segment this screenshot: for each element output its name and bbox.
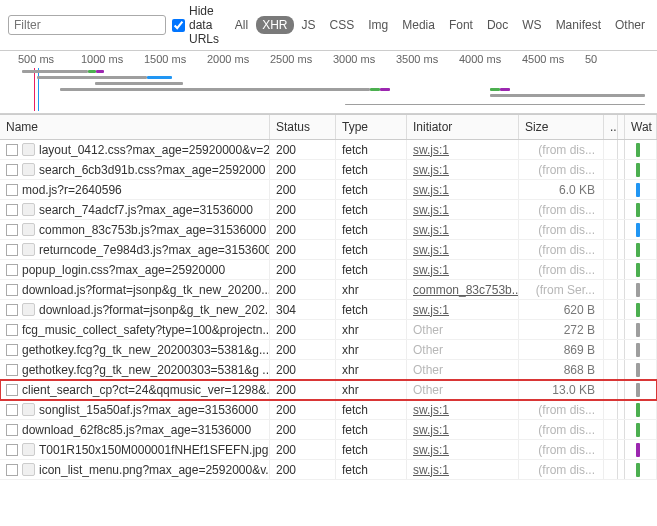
network-request-row[interactable]: layout_0412.css?max_age=25920000&v=2...2…	[0, 140, 657, 160]
request-status: 200	[270, 380, 336, 399]
request-initiator[interactable]: sw.js:1	[413, 263, 449, 277]
file-icon	[22, 303, 35, 316]
request-type: fetch	[336, 260, 407, 279]
filter-tab-js[interactable]: JS	[296, 16, 322, 34]
row-checkbox[interactable]	[6, 184, 18, 196]
request-initiator[interactable]: sw.js:1	[413, 403, 449, 417]
request-initiator[interactable]: sw.js:1	[413, 203, 449, 217]
network-request-row[interactable]: returncode_7e984d3.js?max_age=3153600020…	[0, 240, 657, 260]
network-request-row[interactable]: mod.js?r=2640596200fetchsw.js:16.0 KB	[0, 180, 657, 200]
row-checkbox[interactable]	[6, 244, 18, 256]
filter-tab-manifest[interactable]: Manifest	[550, 16, 607, 34]
request-status: 200	[270, 200, 336, 219]
row-checkbox[interactable]	[6, 144, 18, 156]
filter-tab-img[interactable]: Img	[362, 16, 394, 34]
request-name: client_search_cp?ct=24&qqmusic_ver=1298&…	[22, 383, 270, 397]
network-request-row[interactable]: search_6cb3d91b.css?max_age=2592000200fe…	[0, 160, 657, 180]
request-status: 200	[270, 440, 336, 459]
request-initiator[interactable]: sw.js:1	[413, 223, 449, 237]
timeline-overview[interactable]: 500 ms1000 ms1500 ms2000 ms2500 ms3000 m…	[0, 51, 657, 114]
network-request-row[interactable]: T001R150x150M000001fNHEf1SFEFN.jpg?...20…	[0, 440, 657, 460]
request-status: 200	[270, 140, 336, 159]
col-more[interactable]: ...	[604, 115, 618, 139]
filter-tab-css[interactable]: CSS	[324, 16, 361, 34]
network-request-row[interactable]: download.js?format=jsonp&g_tk_new_20200.…	[0, 280, 657, 300]
hide-data-urls-box[interactable]	[172, 19, 185, 32]
row-checkbox[interactable]	[6, 264, 18, 276]
hide-data-urls-checkbox[interactable]: Hide data URLs	[172, 4, 223, 46]
request-size: (from dis...	[519, 460, 604, 479]
row-checkbox[interactable]	[6, 284, 18, 296]
col-waterfall[interactable]: Wat	[625, 115, 657, 139]
col-initiator[interactable]: Initiator	[407, 115, 519, 139]
row-checkbox[interactable]	[6, 384, 18, 396]
network-request-row[interactable]: download_62f8c85.js?max_age=31536000200f…	[0, 420, 657, 440]
timeline-tick: 1500 ms	[144, 53, 207, 65]
request-initiator[interactable]: sw.js:1	[413, 163, 449, 177]
request-initiator[interactable]: common_83c753b...	[413, 283, 519, 297]
row-more	[604, 440, 618, 459]
filter-input[interactable]	[8, 15, 166, 35]
request-initiator[interactable]: sw.js:1	[413, 443, 449, 457]
row-waterfall	[625, 300, 657, 319]
request-initiator[interactable]: sw.js:1	[413, 143, 449, 157]
filter-tab-font[interactable]: Font	[443, 16, 479, 34]
request-type: fetch	[336, 400, 407, 419]
row-checkbox[interactable]	[6, 424, 18, 436]
network-request-row[interactable]: gethotkey.fcg?g_tk_new_20200303=5381&g .…	[0, 360, 657, 380]
filter-tab-doc[interactable]: Doc	[481, 16, 514, 34]
row-checkbox[interactable]	[6, 324, 18, 336]
network-request-row[interactable]: download.js?format=jsonp&g_tk_new_202...…	[0, 300, 657, 320]
timeline-tick: 500 ms	[18, 53, 81, 65]
row-checkbox[interactable]	[6, 464, 18, 476]
network-request-row[interactable]: search_74adcf7.js?max_age=31536000200fet…	[0, 200, 657, 220]
network-request-row[interactable]: popup_login.css?max_age=25920000200fetch…	[0, 260, 657, 280]
request-initiator[interactable]: sw.js:1	[413, 463, 449, 477]
col-status[interactable]: Status	[270, 115, 336, 139]
col-name[interactable]: Name	[0, 115, 270, 139]
timeline-tick: 2500 ms	[270, 53, 333, 65]
row-waterfall	[625, 160, 657, 179]
col-type[interactable]: Type	[336, 115, 407, 139]
request-type: fetch	[336, 420, 407, 439]
row-waterfall	[625, 380, 657, 399]
row-checkbox[interactable]	[6, 404, 18, 416]
row-checkbox[interactable]	[6, 344, 18, 356]
request-status: 200	[270, 460, 336, 479]
request-size: (from dis...	[519, 240, 604, 259]
network-request-row[interactable]: fcg_music_collect_safety?type=100&projec…	[0, 320, 657, 340]
timeline-bar	[500, 88, 510, 91]
row-checkbox[interactable]	[6, 204, 18, 216]
filter-tab-xhr[interactable]: XHR	[256, 16, 293, 34]
filter-tab-media[interactable]: Media	[396, 16, 441, 34]
timeline-body	[0, 68, 657, 111]
timeline-tick: 3000 ms	[333, 53, 396, 65]
request-status: 200	[270, 360, 336, 379]
row-checkbox[interactable]	[6, 304, 18, 316]
request-initiator[interactable]: sw.js:1	[413, 243, 449, 257]
request-initiator[interactable]: sw.js:1	[413, 303, 449, 317]
network-request-row[interactable]: icon_list_menu.png?max_age=2592000&v...2…	[0, 460, 657, 480]
network-request-row[interactable]: gethotkey.fcg?g_tk_new_20200303=5381&g..…	[0, 340, 657, 360]
request-initiator[interactable]: sw.js:1	[413, 423, 449, 437]
request-size: (from dis...	[519, 140, 604, 159]
request-size: (from dis...	[519, 220, 604, 239]
row-checkbox[interactable]	[6, 444, 18, 456]
row-checkbox[interactable]	[6, 164, 18, 176]
network-request-row[interactable]: common_83c753b.js?max_age=31536000200fet…	[0, 220, 657, 240]
request-size: (from dis...	[519, 200, 604, 219]
row-waterfall	[625, 400, 657, 419]
row-checkbox[interactable]	[6, 224, 18, 236]
filter-tab-all[interactable]: All	[229, 16, 254, 34]
request-name: download.js?format=jsonp&g_tk_new_202...	[39, 303, 270, 317]
filter-tab-other[interactable]: Other	[609, 16, 651, 34]
row-more	[604, 200, 618, 219]
row-waterfall	[625, 220, 657, 239]
network-request-row[interactable]: client_search_cp?ct=24&qqmusic_ver=1298&…	[0, 380, 657, 400]
filter-tab-ws[interactable]: WS	[516, 16, 547, 34]
row-more	[604, 260, 618, 279]
request-initiator[interactable]: sw.js:1	[413, 183, 449, 197]
col-size[interactable]: Size	[519, 115, 604, 139]
row-checkbox[interactable]	[6, 364, 18, 376]
network-request-row[interactable]: songlist_15a50af.js?max_age=31536000200f…	[0, 400, 657, 420]
